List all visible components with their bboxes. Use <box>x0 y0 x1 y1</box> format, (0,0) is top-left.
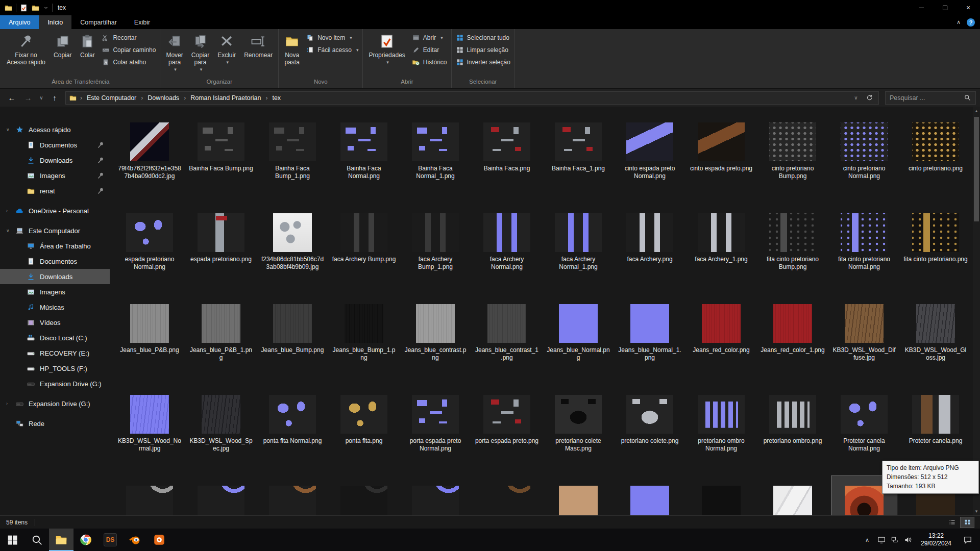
sidebar-item-disco-local-c-[interactable]: Disco Local (C:) <box>0 330 110 345</box>
file-item[interactable]: Bainha Faca_1.png <box>544 113 613 204</box>
minimize-button[interactable] <box>910 0 933 15</box>
ribbon-button[interactable]: Histórico <box>409 56 450 68</box>
file-item[interactable]: pretoriano colete.png <box>615 385 684 476</box>
ribbon-button[interactable]: Inverter seleção <box>453 56 513 68</box>
taskbar-app-daz-studio[interactable]: DS <box>98 529 122 551</box>
sidebar-item-expansion-drive-g-[interactable]: Expansion Drive (G:) <box>0 376 110 391</box>
file-item[interactable]: Jeans_red_color_1.png <box>758 294 827 385</box>
ribbon-button[interactable]: Copiar para▾ <box>187 31 213 74</box>
ribbon-button[interactable]: Editar <box>409 44 450 56</box>
file-item[interactable]: ponta fita.png <box>329 385 399 476</box>
sidebar-item-expansion-drive-g-[interactable]: ›Expansion Drive (G:) <box>0 396 110 411</box>
close-button[interactable]: × <box>957 0 980 15</box>
tree-expander-icon[interactable]: › <box>6 208 8 213</box>
tab-inicio[interactable]: Início <box>39 15 71 29</box>
scrollbar-down-arrow[interactable]: ▾ <box>975 507 978 515</box>
sidebar-item-este-computador[interactable]: ∨Este Computador <box>0 223 110 238</box>
file-item[interactable]: Jeans_blue_P&B_1.png <box>186 294 256 385</box>
file-item[interactable]: cinto pretoriano Bump.png <box>758 113 827 204</box>
sidebar-item-v-deos[interactable]: Vídeos <box>0 315 110 330</box>
file-item[interactable]: Bainha Faca Bump.png <box>186 113 256 204</box>
file-item[interactable]: faca Archery_1.png <box>687 204 756 294</box>
file-item-partial[interactable] <box>258 476 327 515</box>
file-item[interactable]: faca Archery Bump.png <box>329 204 399 294</box>
taskbar-app-file-explorer[interactable] <box>49 529 74 551</box>
start-button[interactable] <box>0 529 24 551</box>
tree-expander-icon[interactable]: ∨ <box>6 127 10 132</box>
sidebar-item-imagens[interactable]: Imagens <box>0 284 110 299</box>
file-item[interactable]: KB3D_WSL_Wood_Gloss.jpg <box>901 294 970 385</box>
search-input[interactable] <box>890 94 964 102</box>
file-item[interactable]: espada pretoriano.png <box>186 204 256 294</box>
file-item[interactable]: KB3D_WSL_Wood_Spec.jpg <box>186 385 256 476</box>
ribbon-button[interactable]: Abrir▾ <box>409 32 450 44</box>
sidebar-item-m-sicas[interactable]: Músicas <box>0 299 110 315</box>
file-item[interactable]: fita cinto pretoriano Normal.png <box>829 204 899 294</box>
taskbar-search-button[interactable] <box>24 529 49 551</box>
ribbon-button[interactable]: Colar atalho <box>99 56 158 68</box>
file-item[interactable]: fita cinto pretoriano Bump.png <box>758 204 827 294</box>
ribbon-button[interactable]: Mover para▾ <box>162 31 187 74</box>
taskbar-app-blender[interactable] <box>122 529 147 551</box>
file-item[interactable]: Jeans_blue_P&B.png <box>115 294 184 385</box>
tray-display-button[interactable] <box>875 529 888 551</box>
file-item[interactable]: KB3D_WSL_Wood_Diffuse.jpg <box>829 294 899 385</box>
sidebar-item-acesso-r-pido[interactable]: ∨Acesso rápido <box>0 122 110 137</box>
thumbnails-view-button[interactable] <box>961 517 974 528</box>
vertical-scrollbar[interactable]: ▴ ▾ <box>973 107 980 515</box>
file-item[interactable]: faca Archery Normal_1.png <box>544 204 613 294</box>
sidebar-item-recovery-e-[interactable]: RECOVERY (E:) <box>0 345 110 361</box>
file-item[interactable]: ponta fita Normal.png <box>258 385 327 476</box>
ribbon-button[interactable]: Fixar no Acesso rápido <box>3 31 50 67</box>
file-item[interactable]: cinto pretoriano.png <box>901 113 970 204</box>
ribbon-button[interactable]: Renomear <box>240 31 277 60</box>
action-center-button[interactable] <box>958 529 978 551</box>
address-dropdown-chevron[interactable]: ∨ <box>851 91 861 105</box>
ribbon-button[interactable]: Limpar seleção <box>453 44 513 56</box>
tab-arquivo[interactable]: Arquivo <box>0 15 39 29</box>
breadcrumb-segment[interactable]: Este Computador <box>83 92 140 104</box>
file-item[interactable]: fita cinto pretoriano.png <box>901 204 970 294</box>
breadcrumb[interactable]: ›Este Computador›Downloads›Roman Island … <box>65 91 879 105</box>
file-item[interactable]: espada pretoriano Normal.png <box>115 204 184 294</box>
file-item-partial[interactable] <box>329 476 399 515</box>
forward-button[interactable]: → <box>20 91 36 105</box>
tree-expander-icon[interactable]: ∨ <box>6 228 10 233</box>
collapse-ribbon-icon[interactable]: ∧ <box>957 19 961 26</box>
file-item[interactable]: Jeans_blue_contrast_1.png <box>472 294 542 385</box>
file-item[interactable]: cinto espada preto.png <box>687 113 756 204</box>
file-item[interactable]: cinto espada preto Normal.png <box>615 113 684 204</box>
file-item[interactable]: Bainha Faca Bump_1.png <box>258 113 327 204</box>
help-icon[interactable]: ? <box>967 18 975 27</box>
taskbar-app-orange-app[interactable] <box>147 529 172 551</box>
sidebar-item-documentos[interactable]: Documentos <box>0 254 110 269</box>
file-item[interactable]: porta espada preto.png <box>472 385 542 476</box>
sidebar-item-hp-tools-f-[interactable]: HP_TOOLS (F:) <box>0 361 110 376</box>
file-item[interactable]: f234b86dc81bb506c7d3ab08bf4b9b09.jpg <box>258 204 327 294</box>
ribbon-button[interactable]: Copiar <box>50 31 76 60</box>
refresh-icon[interactable] <box>866 94 873 102</box>
sidebar-item-rede[interactable]: Rede <box>0 416 110 431</box>
sidebar-item-downloads[interactable]: Downloads <box>0 153 110 168</box>
file-item[interactable]: pretoriano colete Masc.png <box>544 385 613 476</box>
file-item[interactable]: pretoriano ombro Normal.png <box>687 385 756 476</box>
ribbon-button[interactable]: Copiar caminho <box>99 44 158 56</box>
maximize-button[interactable] <box>933 0 957 15</box>
sidebar-item--rea-de-trabalho[interactable]: Área de Trabalho <box>0 238 110 254</box>
file-item[interactable]: Jeans_blue_Bump_1.png <box>329 294 399 385</box>
file-item[interactable]: Jeans_blue_Normal_1.png <box>615 294 684 385</box>
file-item-partial[interactable] <box>115 476 184 515</box>
ribbon-button[interactable]: Nova pasta <box>280 31 304 67</box>
ribbon-button[interactable]: Colar <box>76 31 99 60</box>
file-item-partial[interactable] <box>401 476 470 515</box>
file-item-partial[interactable] <box>758 476 827 515</box>
sidebar-item-downloads[interactable]: Downloads <box>0 269 110 284</box>
sidebar-item-documentos[interactable]: Documentos <box>0 137 110 153</box>
taskbar-clock[interactable]: 13:22 29/02/2024 <box>916 532 957 547</box>
breadcrumb-segment[interactable]: Roman Island Praetorian <box>187 92 264 104</box>
ribbon-button[interactable]: Propriedades▾ <box>364 31 409 67</box>
file-item[interactable]: Jeans_red_color.png <box>687 294 756 385</box>
up-button[interactable]: ↑ <box>47 91 62 105</box>
ribbon-button[interactable]: Novo item▾ <box>304 32 361 44</box>
breadcrumb-segment[interactable]: tex <box>268 92 284 104</box>
